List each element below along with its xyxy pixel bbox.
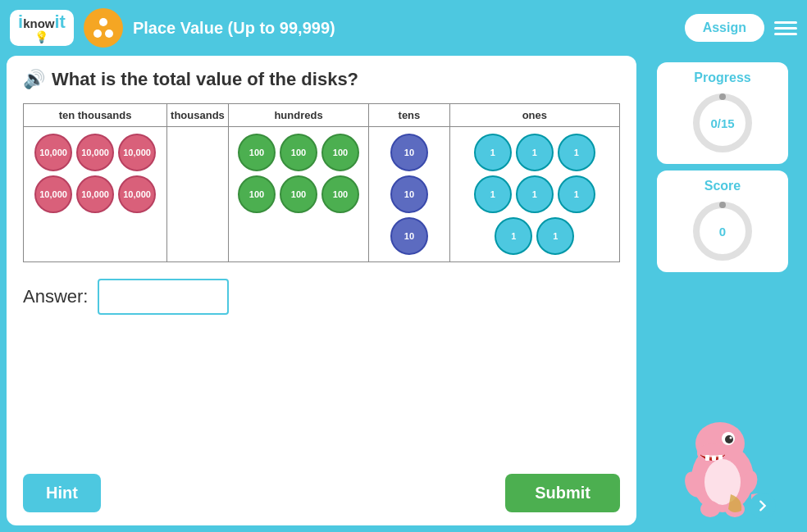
dot-top: [99, 18, 107, 26]
disk-1-4: 1: [474, 175, 512, 213]
question-row: 🔊 What is the total value of the disks?: [23, 69, 620, 90]
disk-10-1: 10: [390, 134, 428, 171]
menu-line-3: [774, 33, 797, 35]
logo: i know it 💡: [10, 10, 74, 46]
nav-arrow-button[interactable]: [750, 493, 776, 519]
ones-disks: 1 1 1 1 1 1 1 1: [454, 134, 616, 255]
disk-10-3: 10: [390, 217, 428, 255]
disk-1-8: 1: [536, 217, 574, 255]
right-bottom: [669, 388, 776, 519]
button-row: Hint Submit: [23, 474, 620, 512]
disk-10000-1: 10,000: [34, 134, 72, 171]
disk-1-1: 1: [474, 134, 512, 171]
submit-button[interactable]: Submit: [505, 474, 620, 512]
progress-circle: 0/15: [690, 90, 755, 156]
score-value: 0: [719, 225, 726, 239]
activity-icon: [84, 8, 123, 48]
disk-1-3: 1: [558, 134, 595, 171]
answer-input[interactable]: [98, 279, 229, 315]
svg-point-18: [700, 501, 720, 517]
cell-tens: 10 10 10: [369, 127, 450, 262]
disk-100-4: 100: [238, 175, 276, 213]
svg-rect-7: [705, 455, 709, 461]
right-arrow-icon: [755, 498, 770, 513]
left-panel: 🔊 What is the total value of the disks? …: [7, 56, 636, 525]
col-header-hundreds: hundreds: [228, 104, 368, 127]
dot-left: [93, 30, 102, 38]
hint-button[interactable]: Hint: [23, 474, 101, 512]
activity-title: Place Value (Up to 99,999): [133, 19, 675, 38]
mascot-area: [669, 279, 776, 519]
assign-button[interactable]: Assign: [685, 14, 764, 42]
disk-10000-5: 10,000: [76, 175, 114, 213]
cell-hundreds: 100 100 100 100 100 100: [228, 127, 368, 262]
question-text: What is the total value of the disks?: [52, 69, 358, 90]
disk-1-7: 1: [495, 217, 532, 255]
menu-line-1: [774, 21, 797, 24]
col-header-ten-thousands: ten thousands: [24, 104, 167, 127]
disk-10000-3: 10,000: [118, 134, 156, 171]
disk-10000-2: 10,000: [76, 134, 114, 171]
menu-button[interactable]: [774, 21, 797, 35]
cell-thousands: [167, 127, 229, 262]
disk-100-5: 100: [280, 175, 317, 213]
score-widget: Score 0: [657, 171, 788, 272]
speaker-icon[interactable]: 🔊: [23, 69, 45, 90]
cell-ten-thousands: 10,000 10,000 10,000 10,000 10,000 10,00…: [24, 127, 167, 262]
disk-10000-4: 10,000: [34, 175, 72, 213]
main-area: 🔊 What is the total value of the disks? …: [0, 56, 807, 532]
col-header-tens: tens: [369, 104, 450, 127]
logo-bulb-icon: 💡: [34, 31, 48, 43]
ten-thousands-disks: 10,000 10,000 10,000 10,000 10,000 10,00…: [27, 134, 163, 213]
dot-right: [105, 30, 113, 38]
activity-dots: [93, 18, 113, 38]
progress-widget: Progress 0/15: [657, 62, 788, 164]
answer-row: Answer:: [23, 279, 620, 315]
disk-10000-6: 10,000: [118, 175, 156, 213]
hundreds-disks: 100 100 100 100 100 100: [232, 134, 365, 213]
disk-100-1: 100: [238, 134, 276, 171]
disk-100-2: 100: [280, 134, 317, 171]
header: i know it 💡 Place Value (Up to 99,999) A…: [0, 0, 807, 56]
col-header-thousands: thousands: [167, 104, 229, 127]
cell-ones: 1 1 1 1 1 1 1 1: [449, 127, 619, 262]
menu-line-2: [774, 27, 797, 30]
disk-1-2: 1: [516, 134, 554, 171]
answer-label: Answer:: [23, 286, 88, 307]
score-label: Score: [704, 179, 741, 193]
disk-1-6: 1: [558, 175, 595, 213]
progress-label: Progress: [694, 70, 750, 85]
logo-it: it: [54, 13, 65, 31]
disk-100-6: 100: [321, 175, 359, 213]
logo-know: know: [23, 17, 54, 30]
col-header-ones: ones: [449, 104, 619, 127]
score-circle: 0: [690, 198, 755, 264]
tens-disks: 10 10 10: [372, 134, 446, 255]
svg-rect-8: [712, 456, 716, 461]
disk-table: ten thousands thousands hundreds tens on…: [23, 103, 620, 262]
disk-10-2: 10: [390, 175, 428, 213]
disk-100-3: 100: [321, 134, 359, 171]
svg-point-11: [725, 435, 733, 443]
progress-value: 0/15: [710, 116, 734, 130]
svg-point-12: [730, 437, 732, 439]
disk-1-5: 1: [516, 175, 554, 213]
right-panel: Progress 0/15 Score 0: [645, 56, 800, 525]
